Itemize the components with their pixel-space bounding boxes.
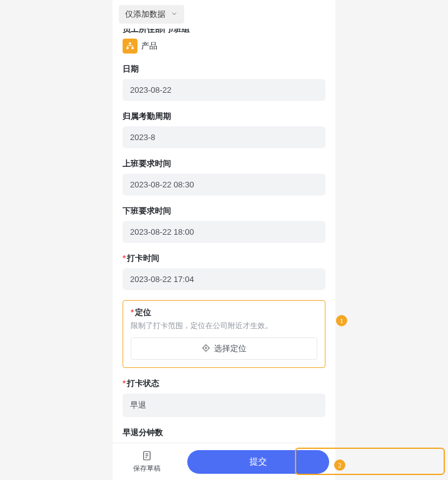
- top-bar: 仅添加数据: [113, 0, 335, 29]
- work-start-group: 上班要求时间 2023-08-22 08:30: [123, 158, 325, 195]
- location-highlight-box: *定位 限制了打卡范围，定位在公司附近才生效。 选择定位: [123, 300, 325, 368]
- status-field[interactable]: 早退: [123, 393, 325, 417]
- form-body: 员工所住部门/班组 产品 日期 2023-08-22 归属考勤周期 2023-8…: [113, 29, 335, 443]
- form-container: 仅添加数据 员工所住部门/班组 产品 日期 2023-08-22 归属考勤周期 …: [113, 0, 335, 480]
- date-label: 日期: [123, 64, 325, 75]
- clock-time-field[interactable]: 2023-08-22 17:04: [123, 268, 325, 290]
- save-draft-button[interactable]: 保存草稿: [113, 443, 181, 480]
- svg-rect-0: [129, 42, 131, 44]
- clock-time-group: *打卡时间 2023-08-22 17:04: [123, 253, 325, 290]
- footer-bar: 保存草稿 提交: [113, 443, 335, 480]
- period-field[interactable]: 2023-8: [123, 126, 325, 148]
- period-label: 归属考勤周期: [123, 111, 325, 122]
- svg-rect-2: [131, 47, 134, 49]
- location-hint: 限制了打卡范围，定位在公司附近才生效。: [131, 321, 317, 331]
- save-draft-label: 保存草稿: [133, 464, 161, 473]
- work-start-field[interactable]: 2023-08-22 08:30: [123, 174, 325, 195]
- draft-icon: [141, 450, 152, 463]
- work-start-label: 上班要求时间: [123, 158, 325, 169]
- dept-tag: 产品: [123, 39, 325, 54]
- date-field-group: 日期 2023-08-22: [123, 64, 325, 101]
- submit-button[interactable]: 提交: [187, 450, 329, 474]
- work-end-field[interactable]: 2023-08-22 18:00: [123, 221, 325, 243]
- mode-label: 仅添加数据: [125, 9, 166, 20]
- dept-field-label: 员工所住部门/班组: [123, 29, 325, 35]
- callout-2: 2: [334, 459, 345, 471]
- work-end-label: 下班要求时间: [123, 205, 325, 217]
- location-button-label: 选择定位: [214, 343, 246, 354]
- dept-value: 产品: [141, 40, 157, 52]
- early-min-label: 早退分钟数: [123, 427, 325, 438]
- mode-selector[interactable]: 仅添加数据: [119, 5, 184, 24]
- select-location-button[interactable]: 选择定位: [131, 337, 317, 360]
- status-group: *打卡状态 早退: [123, 378, 325, 417]
- chevron-down-icon: [170, 10, 178, 19]
- crosshair-icon: [202, 344, 210, 354]
- org-tree-icon: [123, 39, 138, 54]
- clock-time-label: *打卡时间: [123, 253, 325, 264]
- location-label: *定位: [131, 307, 317, 318]
- work-end-group: 下班要求时间 2023-08-22 18:00: [123, 205, 325, 243]
- callout-1: 1: [336, 315, 347, 326]
- svg-point-4: [205, 347, 207, 349]
- early-min-group: 早退分钟数 56: [123, 427, 325, 443]
- location-group: *定位 限制了打卡范围，定位在公司附近才生效。 选择定位: [123, 300, 325, 368]
- svg-rect-1: [126, 47, 129, 49]
- date-field[interactable]: 2023-08-22: [123, 79, 325, 101]
- period-field-group: 归属考勤周期 2023-8: [123, 111, 325, 148]
- submit-wrapper: 提交: [181, 450, 335, 474]
- status-label: *打卡状态: [123, 378, 325, 389]
